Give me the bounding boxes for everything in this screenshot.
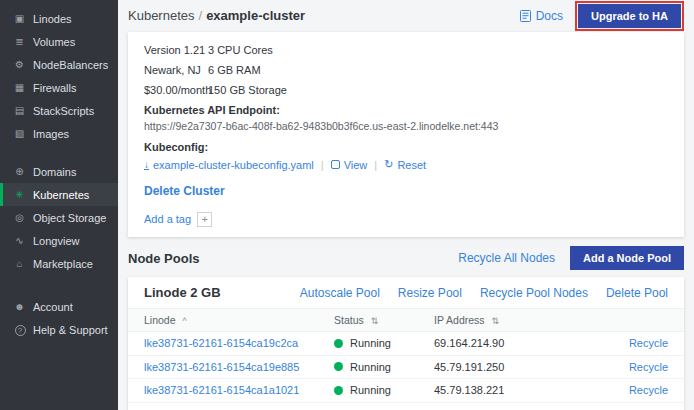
table-row: lke38731-62161-6154ca1a1021 Running 45.7… — [128, 379, 684, 403]
stackscripts-icon: ▤ — [13, 105, 26, 116]
sidebar-item-kubernetes[interactable]: ✳ Kubernetes — [0, 183, 118, 206]
linode-icon: ▣ — [13, 13, 26, 24]
sidebar-item-nodebalancers[interactable]: ⚙ NodeBalancers — [0, 53, 118, 76]
images-icon: ▧ — [13, 128, 26, 139]
node-pools-title: Node Pools — [128, 251, 200, 266]
column-header-ip-address[interactable]: IP Address ⇅ — [418, 309, 568, 332]
divider: | — [321, 159, 324, 171]
sidebar-item-label: Linodes — [33, 13, 72, 25]
resize-pool-link[interactable]: Resize Pool — [398, 286, 462, 300]
sidebar-item-domains[interactable]: ⊕ Domains — [0, 160, 118, 183]
view-icon — [331, 160, 340, 169]
sidebar-item-label: StackScripts — [33, 105, 94, 117]
ip-address: 45.79.191.250 — [418, 355, 568, 379]
delete-cluster-link[interactable]: Delete Cluster — [144, 184, 225, 198]
status-badge: Running — [334, 337, 391, 349]
sort-asc-icon: ^ — [182, 316, 186, 326]
sidebar-item-firewalls[interactable]: ▦ Firewalls — [0, 76, 118, 99]
node-link[interactable]: lke38731-62161-6154ca19e885 — [144, 361, 299, 373]
main-content: Kubernetes/example-cluster Docs Upgrade … — [118, 0, 694, 410]
sidebar-item-label: NodeBalancers — [33, 59, 108, 71]
spec-version: Version 1.21 — [144, 40, 208, 60]
recycle-node-link[interactable]: Recycle — [629, 361, 668, 373]
node-pool-card: Linode 2 GB Autoscale Pool Resize Pool R… — [128, 277, 684, 410]
node-link[interactable]: lke38731-62161-6154ca19c2ca — [144, 337, 298, 349]
sort-icon: ⇅ — [371, 316, 379, 326]
column-header-linode[interactable]: Linode ^ — [128, 309, 318, 332]
divider: | — [374, 159, 377, 171]
sidebar-item-volumes[interactable]: ≣ Volumes — [0, 30, 118, 53]
kubeconfig-filename: example-cluster-kubeconfig.yaml — [153, 159, 314, 171]
breadcrumb-section[interactable]: Kubernetes — [128, 8, 195, 23]
sidebar-item-label: Volumes — [33, 36, 75, 48]
status-dot-icon — [334, 386, 343, 395]
status-label: Running — [350, 384, 391, 396]
node-pools-header: Node Pools Recycle All Nodes Add a Node … — [128, 246, 684, 270]
column-header-status[interactable]: Status ⇅ — [318, 309, 418, 332]
sidebar: ▣ Linodes ≣ Volumes ⚙ NodeBalancers ▦ Fi… — [0, 0, 118, 410]
sidebar-item-object-storage[interactable]: ◎ Object Storage — [0, 206, 118, 229]
download-icon: ↓ — [144, 160, 149, 170]
reset-icon: ↻ — [384, 158, 393, 171]
help-icon: ? — [13, 324, 26, 336]
api-endpoint-label: Kubernetes API Endpoint: — [144, 104, 668, 116]
pool-action-links: Autoscale Pool Resize Pool Recycle Pool … — [300, 286, 668, 300]
add-tag-label: Add a tag — [144, 213, 191, 225]
spec-region: Newark, NJ — [144, 60, 208, 80]
docs-label: Docs — [536, 9, 563, 23]
view-label: View — [344, 159, 368, 171]
recycle-node-link[interactable]: Recycle — [629, 337, 668, 349]
sidebar-item-help-support[interactable]: ? Help & Support — [0, 318, 118, 341]
header-actions: Docs Upgrade to HA — [520, 1, 684, 31]
sidebar-item-longview[interactable]: ∿ Longview — [0, 229, 118, 252]
sidebar-item-label: Domains — [33, 166, 76, 178]
sidebar-item-linodes[interactable]: ▣ Linodes — [0, 7, 118, 30]
recycle-pool-nodes-link[interactable]: Recycle Pool Nodes — [480, 286, 588, 300]
sidebar-item-label: Images — [33, 128, 69, 140]
kubeconfig-reset-link[interactable]: ↻ Reset — [384, 158, 426, 171]
spec-cpu: 3 CPU Cores — [208, 40, 668, 60]
sidebar-item-account[interactable]: ☻ Account — [0, 295, 118, 318]
status-badge: Running — [334, 384, 391, 396]
add-node-pool-button[interactable]: Add a Node Pool — [570, 246, 684, 270]
recycle-all-nodes-link[interactable]: Recycle All Nodes — [458, 251, 555, 265]
cluster-specs: Version 1.21 3 CPU Cores Newark, NJ 6 GB… — [144, 40, 668, 100]
column-header-actions — [568, 309, 684, 332]
pool-id: Pool ID 62161 — [128, 403, 684, 410]
sort-icon: ⇅ — [492, 316, 500, 326]
nodebalancer-icon: ⚙ — [13, 59, 26, 70]
upgrade-to-ha-button[interactable]: Upgrade to HA — [578, 4, 681, 28]
reset-label: Reset — [397, 159, 426, 171]
page-header: Kubernetes/example-cluster Docs Upgrade … — [118, 0, 694, 32]
upgrade-ha-highlight: Upgrade to HA — [575, 1, 684, 31]
longview-icon: ∿ — [13, 235, 26, 246]
add-tag-button[interactable]: Add a tag + — [144, 212, 212, 227]
node-link[interactable]: lke38731-62161-6154ca1a1021 — [144, 384, 299, 396]
sidebar-item-label: Longview — [33, 235, 79, 247]
kubeconfig-actions: ↓ example-cluster-kubeconfig.yaml | View… — [144, 158, 668, 171]
account-icon: ☻ — [13, 301, 26, 312]
kubeconfig-view-link[interactable]: View — [331, 159, 368, 171]
sidebar-item-label: Firewalls — [33, 82, 76, 94]
sidebar-item-label: Object Storage — [33, 212, 106, 224]
delete-pool-link[interactable]: Delete Pool — [606, 286, 668, 300]
docs-link[interactable]: Docs — [520, 9, 563, 23]
ip-address: 69.164.214.90 — [418, 332, 568, 356]
recycle-node-link[interactable]: Recycle — [629, 384, 668, 396]
cluster-summary-card: Version 1.21 3 CPU Cores Newark, NJ 6 GB… — [128, 32, 684, 237]
firewall-icon: ▦ — [13, 82, 26, 93]
sidebar-item-label: Account — [33, 301, 73, 313]
volumes-icon: ≣ — [13, 36, 26, 47]
autoscale-pool-link[interactable]: Autoscale Pool — [300, 286, 380, 300]
sidebar-item-label: Marketplace — [33, 258, 93, 270]
sidebar-item-marketplace[interactable]: ⌂ Marketplace — [0, 252, 118, 275]
sidebar-item-images[interactable]: ▧ Images — [0, 122, 118, 145]
status-dot-icon — [334, 362, 343, 371]
plus-icon: + — [197, 212, 212, 227]
object-storage-icon: ◎ — [13, 212, 26, 223]
node-pools-actions: Recycle All Nodes Add a Node Pool — [458, 246, 684, 270]
sidebar-item-stackscripts[interactable]: ▤ StackScripts — [0, 99, 118, 122]
kubeconfig-download-link[interactable]: ↓ example-cluster-kubeconfig.yaml — [144, 159, 314, 171]
pool-card-header: Linode 2 GB Autoscale Pool Resize Pool R… — [128, 277, 684, 308]
spec-price: $30.00/month — [144, 80, 208, 100]
